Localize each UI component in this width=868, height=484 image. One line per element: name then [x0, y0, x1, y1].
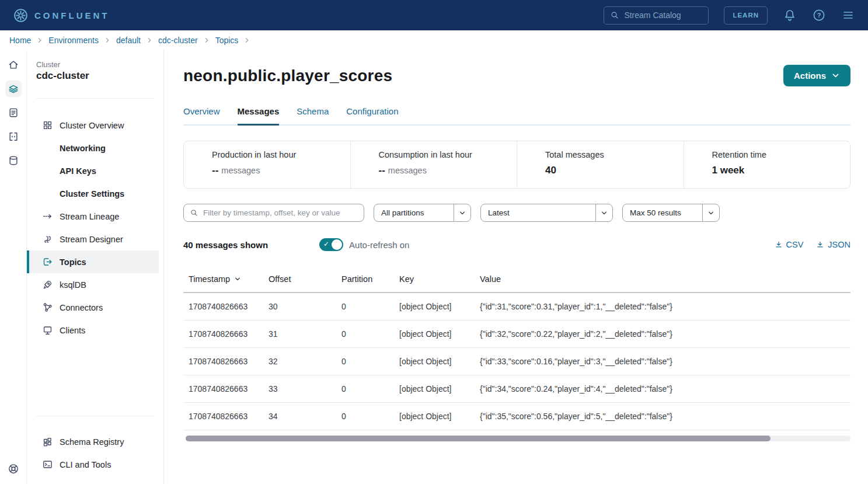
stat-consumption-in-last-hour: Consumption in last hour--messages	[350, 141, 517, 188]
rail-item-database[interactable]	[5, 152, 22, 169]
bell-icon[interactable]	[783, 8, 797, 22]
tab-configuration[interactable]: Configuration	[346, 106, 398, 126]
stat-label: Total messages	[545, 150, 678, 159]
tab-messages[interactable]: Messages	[238, 106, 280, 126]
table-row: 1708740826663310[object Object]{"id":32,…	[183, 320, 850, 347]
table-row: 1708740826663320[object Object]{"id":33,…	[183, 347, 850, 375]
messages-count: 40 messages shown	[183, 240, 268, 250]
sidebar-footer: Schema RegistryCLI and Tools	[27, 399, 163, 484]
help-icon[interactable]: ?	[812, 8, 826, 22]
sidebar-item-cluster-overview[interactable]: Cluster Overview	[27, 114, 159, 137]
cell-timestamp: 1708740826663	[183, 293, 263, 320]
chevron-right-icon	[36, 37, 43, 44]
sidebar-item-connectors[interactable]: Connectors	[27, 296, 159, 319]
topic-stats-card: Production in last hour--messagesConsump…	[183, 141, 850, 189]
learn-button[interactable]: LEARN	[724, 6, 768, 25]
sidebar-menu: Cluster OverviewNetworkingAPI KeysCluste…	[27, 114, 163, 342]
sidebar-item-label: Cluster Overview	[60, 121, 124, 130]
download-icon	[775, 241, 783, 249]
breadcrumb-link-topics[interactable]: Topics	[215, 36, 239, 45]
column-header-key: Key	[394, 267, 475, 293]
cell-partition: 0	[336, 347, 394, 375]
svg-text:?: ?	[817, 12, 821, 19]
document-icon	[8, 107, 19, 119]
horizontal-scrollbar-thumb[interactable]	[186, 436, 771, 441]
limit-select[interactable]: Max 50 results	[622, 204, 720, 222]
clients-icon	[42, 325, 53, 336]
chevron-down-icon	[459, 210, 466, 217]
cell-offset: 30	[263, 293, 336, 320]
sidebar-item-stream-designer[interactable]: Stream Designer	[27, 228, 159, 250]
column-header-timestamp[interactable]: Timestamp	[183, 267, 263, 293]
download-csv-link[interactable]: CSV	[775, 240, 804, 249]
table-row: 1708740826663300[object Object]{"id":31,…	[183, 293, 850, 320]
stat-retention-time: Retention time1 week	[684, 141, 850, 188]
hamburger-menu-icon[interactable]	[841, 8, 855, 22]
cell-offset: 33	[263, 375, 336, 402]
message-filter-search[interactable]	[183, 204, 364, 222]
breadcrumb-link-environments[interactable]: Environments	[48, 36, 99, 45]
cluster-name: cdc-cluster	[27, 69, 163, 82]
rail-item-environments-layers[interactable]	[5, 81, 22, 97]
partition-select[interactable]: All partitions	[374, 204, 471, 222]
database-icon	[8, 155, 19, 166]
stat-value: --messages	[379, 165, 511, 176]
chevron-right-icon	[203, 37, 210, 44]
horizontal-scrollbar-track[interactable]	[186, 436, 850, 441]
message-filters: All partitions Latest Max 50 results	[183, 204, 850, 222]
confluent-logo[interactable]: CONFLUENT	[13, 8, 110, 23]
home-icon	[8, 59, 19, 71]
sidebar-item-clients[interactable]: Clients	[27, 319, 159, 342]
sidebar-item-ksqldb[interactable]: ksqlDB	[27, 273, 159, 296]
sidebar-item-cli-and-tools[interactable]: CLI and Tools	[27, 453, 159, 476]
sidebar-item-topics[interactable]: Topics	[27, 250, 159, 273]
tab-schema[interactable]: Schema	[297, 106, 329, 126]
sidebar-item-label: Clients	[60, 326, 85, 335]
cell-offset: 34	[263, 402, 336, 430]
rail-item-brackets[interactable]	[5, 128, 22, 145]
stream-catalog-search[interactable]	[604, 6, 709, 25]
sidebar-item-stream-lineage[interactable]: Stream Lineage	[27, 205, 159, 228]
breadcrumb-link-cdc-cluster[interactable]: cdc-cluster	[158, 36, 198, 45]
actions-button[interactable]: Actions	[783, 65, 850, 86]
auto-refresh-toggle[interactable]: ✓	[319, 238, 343, 251]
offset-select[interactable]: Latest	[480, 204, 613, 222]
message-filter-input[interactable]	[203, 208, 358, 217]
main-content: neon.public.player_scores Actions Overvi…	[164, 50, 868, 484]
table-row: 1708740826663340[object Object]{"id":35,…	[183, 402, 850, 430]
messages-table: TimestampOffsetPartitionKeyValue 1708740…	[183, 267, 850, 430]
stat-suffix: messages	[388, 166, 427, 175]
column-header-value: Value	[475, 267, 850, 293]
chevron-down-icon	[234, 276, 241, 283]
rail-item-globe[interactable]	[5, 461, 22, 477]
download-json-link[interactable]: JSON	[816, 240, 850, 249]
cell-key: [object Object]	[394, 375, 475, 402]
cluster-label: Cluster	[27, 60, 163, 69]
tab-overview[interactable]: Overview	[183, 106, 220, 126]
stat-label: Consumption in last hour	[379, 150, 511, 159]
topic-tabs: OverviewMessagesSchemaConfiguration	[183, 106, 850, 126]
brand-name: CONFLUENT	[34, 11, 110, 20]
sidebar-item-schema-registry[interactable]: Schema Registry	[27, 430, 159, 453]
stream-lineage-icon	[42, 211, 53, 222]
auto-refresh-label: Auto-refresh on	[349, 240, 409, 250]
cell-key: [object Object]	[394, 347, 475, 375]
breadcrumb-link-home[interactable]: Home	[9, 36, 31, 45]
cell-key: [object Object]	[394, 320, 475, 347]
stream-catalog-input[interactable]	[624, 11, 694, 20]
sidebar-item-networking[interactable]: Networking	[27, 137, 159, 159]
sidebar-item-api-keys[interactable]: API Keys	[27, 159, 159, 182]
column-header-offset: Offset	[263, 267, 336, 293]
breadcrumb-link-default[interactable]: default	[116, 36, 141, 45]
globe-icon	[8, 463, 19, 475]
rail-item-document[interactable]	[5, 105, 22, 121]
stat-value: 1 week	[712, 165, 845, 176]
cell-partition: 0	[336, 402, 394, 430]
cell-partition: 0	[336, 293, 394, 320]
rail-item-home[interactable]	[5, 57, 22, 73]
toggle-knob	[332, 239, 342, 250]
icon-rail	[0, 50, 27, 484]
page-title: neon.public.player_scores	[183, 67, 392, 85]
sidebar-footer-divider	[36, 416, 154, 416]
sidebar-item-cluster-settings[interactable]: Cluster Settings	[27, 182, 159, 205]
